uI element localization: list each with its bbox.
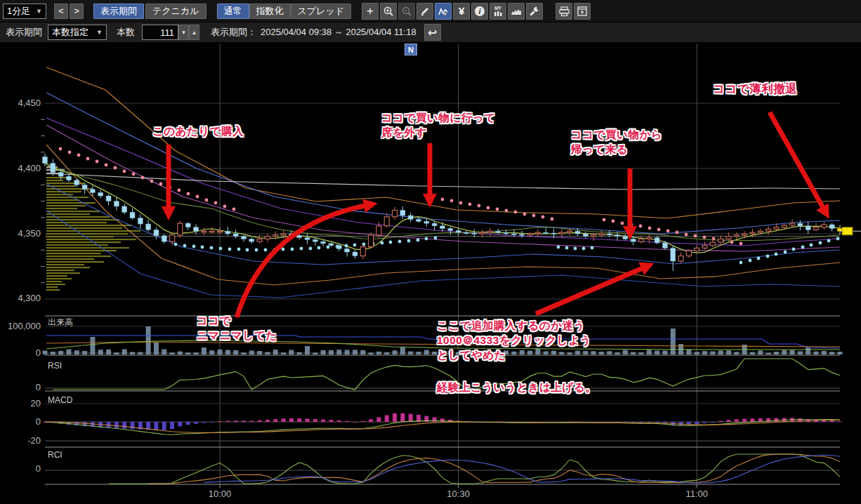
zoom-in-button[interactable] (380, 3, 397, 20)
spin-down-button[interactable]: ▼ (178, 25, 189, 40)
panel-scale-label: 0 (1, 382, 41, 392)
period-label: 表示期間 (6, 26, 42, 39)
trading-chart-window: { "toolbar": { "interval": "1分足", "prev"… (0, 0, 861, 504)
bar-count-input[interactable]: 111 (142, 25, 178, 40)
annotation-go-shopping: ココで買い物に行って 席を外す (381, 110, 496, 140)
chevron-down-icon: ▼ (96, 29, 103, 36)
panel-scale-label: 100,000 (1, 321, 41, 331)
indicator-layer (43, 359, 842, 484)
crosshair-button[interactable]: + (362, 3, 379, 20)
info-icon: i (475, 6, 485, 16)
tab-technical[interactable]: テクニカル (145, 4, 206, 19)
annotation-add-buy-hesitation: ここで追加購入するのか迷う 1000＠4333をクリックしよう としてやめた (437, 318, 591, 362)
printer-icon (558, 6, 570, 17)
triangle-down-icon: ▼ (181, 29, 187, 36)
undo-button[interactable]: ↩ (424, 24, 441, 41)
period-range-label: 表示期間： (211, 26, 256, 39)
chart-pointer-button[interactable] (435, 3, 452, 20)
zoom-out-button[interactable] (398, 3, 415, 20)
svg-text:MY: MY (494, 6, 501, 11)
panel-scale-label: 0 (1, 463, 41, 474)
yen-button[interactable]: ¥ (453, 3, 470, 20)
area-chart-icon (510, 6, 522, 17)
tab-normal-mode[interactable]: 通常 (217, 4, 249, 19)
annotation-nimanima: ココで ニマニマしてた (197, 313, 277, 343)
chevron-down-icon: ▼ (36, 8, 42, 15)
zoom-in-icon (383, 6, 394, 17)
annotation-experience: 経験上こういうときは上げる。 (437, 380, 596, 394)
panel-label: RCI (48, 450, 63, 460)
interval-select-value: 1分足 (7, 5, 30, 18)
info-button[interactable]: i (471, 3, 488, 20)
y-axis-label: 4,450 (1, 98, 41, 108)
prev-button[interactable]: < (54, 4, 68, 19)
annotation-back-shopping: ココで買い物から 帰って来る (571, 127, 662, 157)
panel-scale-label: 0 (1, 416, 41, 427)
interval-select[interactable]: 1分足 ▼ (3, 4, 46, 19)
tab-display-period[interactable]: 表示期間 (93, 4, 144, 19)
y-axis-label: 4,350 (1, 228, 41, 239)
panel-scale-label: 20 (1, 398, 41, 409)
crosshair-icon: + (367, 4, 374, 18)
my-chart-button[interactable]: MY (489, 3, 506, 20)
panel-scale-label: 0 (1, 347, 41, 358)
spin-up-button[interactable]: ▲ (189, 25, 199, 40)
panel-scale-label: -20 (1, 435, 41, 446)
x-axis-label: 11:00 (681, 489, 712, 499)
panel-label: RSI (48, 361, 62, 371)
annotation-thin-profit-exit: ココで薄利撤退 (713, 81, 797, 96)
area-chart-button[interactable] (508, 3, 525, 20)
draw-tool-button[interactable] (416, 3, 433, 20)
chart-canvas[interactable] (0, 0, 861, 504)
my-chart-icon: MY (492, 5, 504, 18)
x-axis-label: 10:00 (204, 489, 235, 499)
bar-count-mode-select[interactable]: 本数指定 ▼ (48, 25, 107, 40)
undo-icon: ↩ (428, 26, 437, 39)
popout-window-icon (577, 6, 588, 17)
tab-indexed-mode[interactable]: 指数化 (249, 4, 291, 19)
annotation-buy-here: このあたりで購入 (152, 124, 244, 138)
chart-pointer-icon (438, 6, 449, 17)
yen-icon: ¥ (459, 5, 464, 17)
popout-button[interactable] (574, 3, 591, 20)
overlay-lines-layer (45, 67, 840, 298)
next-button[interactable]: > (70, 4, 84, 19)
print-button[interactable] (556, 3, 572, 20)
panel-label: MACD (48, 395, 72, 405)
triangle-up-icon: ▲ (192, 29, 197, 36)
tab-spread-mode[interactable]: スプレッド (291, 4, 352, 19)
period-range-value: 2025/04/04 09:38 ～ 2025/04/04 11:18 (261, 26, 416, 39)
news-marker[interactable]: N (405, 44, 417, 55)
y-axis-label: 4,400 (1, 163, 41, 173)
y-axis-label: 4,300 (1, 293, 41, 303)
main-toolbar: 1分足 ▼ < > 表示期間 テクニカル 通常 指数化 スプレッド + (0, 0, 861, 22)
period-toolbar: 表示期間 本数指定 ▼ 本数 111 ▼ ▲ 表示期間： 2025/04/04 … (0, 22, 861, 42)
candles-layer (43, 154, 861, 272)
wrench-icon (529, 6, 540, 17)
x-axis-label: 10:30 (443, 489, 474, 499)
panel-label: 出来高 (48, 317, 73, 329)
zoom-out-icon (401, 6, 412, 17)
settings-wrench-button[interactable] (526, 3, 543, 20)
sar-dots-layer (59, 147, 840, 265)
pencil-icon (419, 6, 430, 17)
bar-count-label: 本数 (117, 26, 135, 39)
